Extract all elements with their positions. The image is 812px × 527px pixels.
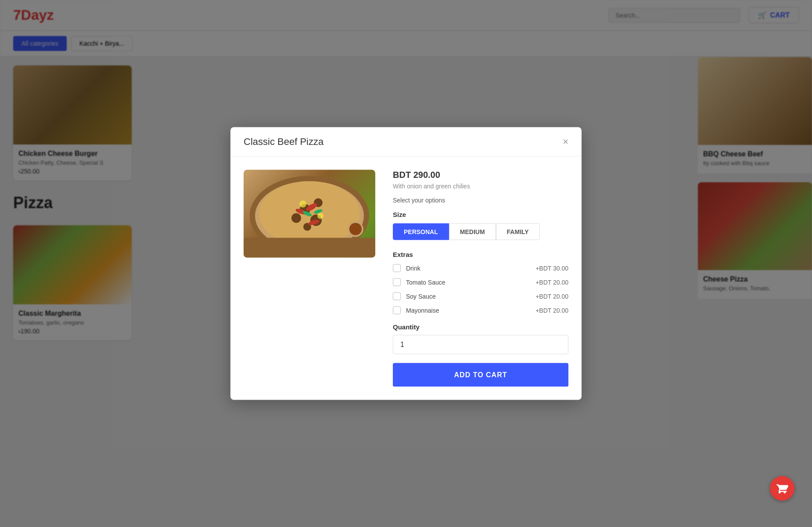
modal-body: BDT 290.00 With onion and green chilies … [230,157,582,400]
soy-sauce-price: +BDT 20.00 [535,293,568,300]
quantity-input[interactable] [393,335,568,354]
product-modal: Classic Beef Pizza × [230,127,582,400]
pizza-svg [244,170,375,258]
modal-description: With onion and green chilies [393,183,568,190]
size-personal-button[interactable]: PERSONAL [393,224,449,240]
size-label: Size [393,211,568,218]
svg-point-17 [349,223,362,235]
quantity-label: Quantity [393,323,568,331]
soy-sauce-checkbox[interactable] [393,292,401,300]
modal-close-button[interactable]: × [563,136,568,148]
extra-mayonnaise: Mayonnaise +BDT 20.00 [393,307,568,314]
modal-price: BDT 290.00 [393,170,568,180]
svg-point-13 [299,201,306,208]
modal-image-wrap [244,170,375,387]
mayonnaise-checkbox[interactable] [393,307,401,314]
tomato-sauce-name: Tomato Sauce [406,279,530,286]
mayonnaise-price: +BDT 20.00 [535,307,568,314]
svg-point-5 [291,213,301,223]
modal-header: Classic Beef Pizza × [230,127,582,157]
extra-tomato-sauce: Tomato Sauce +BDT 20.00 [393,278,568,286]
svg-rect-15 [244,238,375,258]
tomato-sauce-checkbox[interactable] [393,278,401,286]
extra-soy-sauce: Soy Sauce +BDT 20.00 [393,292,568,300]
svg-point-14 [317,213,323,219]
modal-pizza-image [244,170,375,258]
drink-checkbox[interactable] [393,264,401,272]
modal-details: BDT 290.00 With onion and green chilies … [393,170,568,387]
floating-cart-button[interactable] [770,476,794,501]
size-family-button[interactable]: FAMILY [496,224,540,240]
extras-label: Extras [393,251,568,258]
size-medium-button[interactable]: MEDIUM [449,224,496,240]
mayonnaise-name: Mayonnaise [406,307,530,314]
size-buttons: PERSONAL MEDIUM FAMILY [393,224,568,240]
tomato-sauce-price: +BDT 20.00 [535,279,568,286]
drink-name: Drink [406,265,530,272]
drink-price: +BDT 30.00 [535,265,568,272]
add-to-cart-button[interactable]: ADD TO CART [393,363,568,387]
extra-drink: Drink +BDT 30.00 [393,264,568,272]
modal-title: Classic Beef Pizza [244,136,323,148]
floating-cart-icon [776,482,788,495]
modal-options-label: Select your options [393,197,568,204]
soy-sauce-name: Soy Sauce [406,293,530,300]
